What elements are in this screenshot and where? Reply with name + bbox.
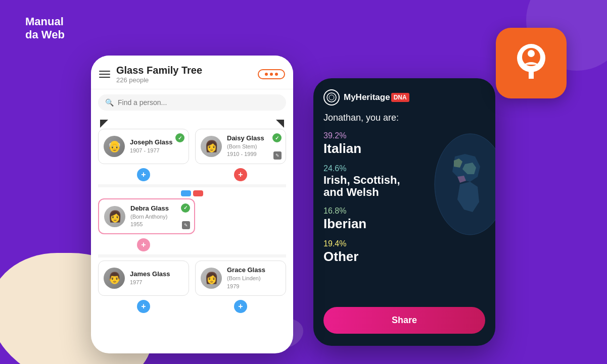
james-info: James Glass 1977 [130, 270, 183, 286]
search-icon: 🔍 [105, 98, 114, 107]
grace-name: Grace Glass [227, 266, 281, 275]
svg-point-0 [327, 93, 336, 102]
share-button[interactable]: Share [323, 307, 485, 334]
svg-point-7 [528, 50, 535, 57]
james-name: James Glass [130, 270, 183, 279]
menu-dots-button[interactable] [258, 69, 285, 79]
hamburger-icon[interactable] [99, 71, 110, 78]
dot2 [270, 73, 273, 76]
debra-avatar-icon: 👩 [108, 210, 122, 223]
add-joseph-button[interactable]: + [137, 168, 150, 181]
james-avatar-icon: 👨 [108, 272, 121, 285]
section-divider-1 [98, 184, 286, 187]
logo-line1: Manual [25, 15, 65, 28]
grace-info: Grace Glass (Born Linden)1979 [227, 266, 281, 290]
joseph-status-icon: ✓ [175, 133, 184, 142]
debra-info: Debra Glass (Born Anthony)1955 [130, 204, 189, 229]
empty-add [195, 238, 286, 251]
dot3 [275, 73, 278, 76]
daisy-dates: (Born Stem) 1910 - 1999 [227, 143, 281, 159]
generation-1: 👴 Joseph Glass 1907 - 1977 ✓ 👩 Daisy Gla… [98, 129, 286, 164]
joseph-avatar-icon: 👴 [108, 140, 121, 153]
empty-slot [201, 198, 286, 235]
grace-avatar: 👩 [201, 268, 222, 289]
svg-rect-5 [529, 70, 534, 79]
add-buttons-row1: + + [98, 168, 286, 181]
james-avatar: 👨 [104, 268, 125, 289]
debra-edit-icon[interactable]: ✎ [182, 221, 190, 229]
header-title-block: Glass Family Tree 226 people [116, 65, 258, 84]
mh-dna-badge: DNA [391, 93, 409, 102]
corner-tag-left [100, 120, 108, 128]
james-dates: 1977 [130, 279, 183, 286]
dot1 [265, 73, 268, 76]
eth-other: Other [323, 249, 485, 264]
generation-2: 👩 Debra Glass (Born Anthony)1955 ✓ ✎ [98, 198, 286, 235]
section-divider-2 [98, 254, 286, 257]
debra-card[interactable]: 👩 Debra Glass (Born Anthony)1955 ✓ ✎ [98, 198, 195, 235]
daisy-card[interactable]: 👩 Daisy Glass (Born Stem) 1910 - 1999 ✓ … [195, 129, 286, 164]
color-dots [98, 190, 286, 196]
mh-tree-icon [326, 92, 337, 102]
debra-avatar: 👩 [104, 206, 125, 227]
joseph-dates: 1907 - 1977 [130, 147, 183, 154]
phone-right: MyHeritage DNA Jonathan, you are: 39.2% … [313, 78, 495, 346]
logo-line2: da Web [25, 28, 65, 41]
result-other: 19.4% Other [323, 239, 485, 264]
add-daisy-button[interactable]: + [234, 168, 247, 181]
daisy-edit-icon[interactable]: ✎ [273, 151, 282, 160]
add-buttons-row3: + + [98, 300, 286, 313]
add-james-button[interactable]: + [137, 300, 150, 313]
daisy-avatar: 👩 [201, 136, 222, 157]
debra-name: Debra Glass [130, 204, 189, 213]
tree-area: 👴 Joseph Glass 1907 - 1977 ✓ 👩 Daisy Gla… [91, 116, 293, 317]
grace-card[interactable]: 👩 Grace Glass (Born Linden)1979 [195, 261, 286, 296]
dot-blue [181, 190, 191, 196]
grace-avatar-icon: 👩 [205, 272, 218, 285]
people-count: 226 people [116, 76, 258, 84]
daisy-status-icon: ✓ [272, 133, 282, 142]
add-buttons-row2: + [98, 238, 286, 251]
globe-svg [399, 126, 495, 242]
svg-point-1 [329, 95, 334, 100]
content-area: 39.2% Italian 24.6% Irish, Scottish,and … [313, 131, 495, 264]
grace-dates: (Born Linden)1979 [227, 275, 281, 290]
debra-status-icon: ✓ [181, 203, 190, 213]
phone-left: Glass Family Tree 226 people 🔍 👴 [91, 56, 293, 353]
mh-logo-circle [323, 89, 340, 106]
debra-dates: (Born Anthony)1955 [130, 213, 189, 229]
logo: Manual da Web [25, 15, 65, 42]
daisy-avatar-icon: 👩 [205, 140, 218, 153]
mh-brand-text: MyHeritage DNA [344, 92, 409, 102]
app-title: Glass Family Tree [116, 65, 258, 76]
tree-icon [508, 40, 554, 86]
joseph-avatar: 👴 [104, 136, 125, 157]
generation-3: 👨 James Glass 1977 👩 Grace Glass (Born L… [98, 261, 286, 296]
search-bar: 🔍 [98, 94, 286, 111]
joseph-card[interactable]: 👴 Joseph Glass 1907 - 1977 ✓ [98, 129, 189, 164]
james-card[interactable]: 👨 James Glass 1977 [98, 261, 189, 296]
add-debra-button[interactable]: + [137, 238, 150, 251]
joseph-info: Joseph Glass 1907 - 1977 [130, 138, 183, 154]
search-input[interactable] [118, 98, 279, 107]
phone-header: Glass Family Tree 226 people [91, 56, 293, 89]
add-grace-button[interactable]: + [234, 300, 247, 313]
mh-header: MyHeritage DNA [313, 78, 495, 111]
mh-brand-name: MyHeritage [344, 92, 390, 102]
myheritage-app-icon[interactable] [496, 28, 567, 98]
corner-tag-right [276, 120, 284, 128]
dot-red [193, 190, 203, 196]
